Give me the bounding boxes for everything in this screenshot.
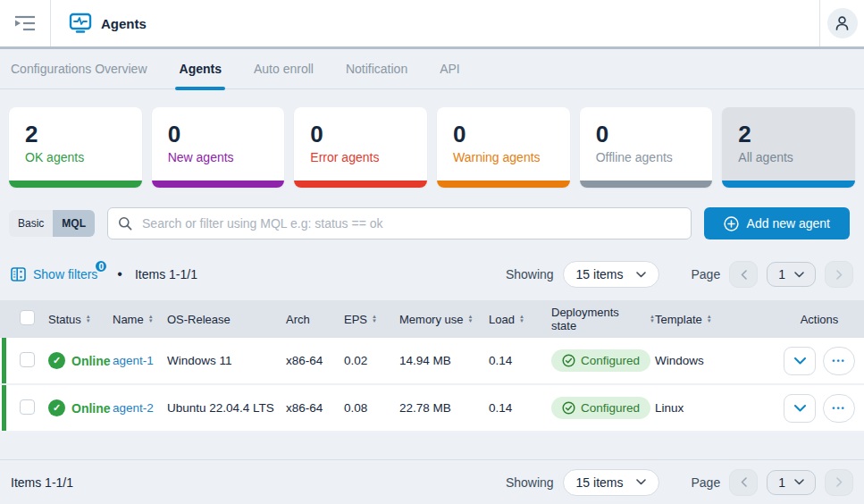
user-icon [835, 15, 850, 31]
filter-pagination-row: Show filters 0 • Items 1-1/1 Showing 15 … [0, 239, 864, 300]
items-count-text: Items 1-1/1 [11, 475, 73, 490]
sidebar-toggle-icon [14, 15, 36, 31]
stat-color-bar [9, 181, 142, 188]
bottom-pagination: Showing 15 items Page 1 [506, 469, 853, 496]
deployment-state-cell: Configured [551, 349, 655, 372]
search-input[interactable] [107, 207, 692, 239]
column-header-eps[interactable]: EPS ▲▼ [344, 313, 399, 326]
more-actions-button[interactable]: ••• [823, 394, 855, 423]
stat-card-all-agents[interactable]: 2 All agents [722, 107, 855, 188]
table-row-agent-2: ✓ Online agent-2 Ubuntu 22.04.4 LTS x86-… [0, 385, 864, 433]
show-filters-label: Show filters [33, 267, 97, 281]
filters-panel-icon [11, 267, 26, 281]
mql-mode-button[interactable]: MQL [53, 210, 95, 237]
sort-icon[interactable]: ▲▼ [519, 315, 524, 323]
status-stripe [2, 338, 6, 383]
search-mode-toggle: Basic MQL [9, 210, 95, 237]
items-per-page-select[interactable]: 15 items [563, 261, 659, 288]
agent-name-link[interactable]: agent-1 [113, 354, 154, 367]
next-page-button[interactable] [825, 469, 853, 496]
stat-color-bar [294, 181, 427, 188]
stat-value: 0 [310, 122, 427, 147]
select-all-checkbox[interactable] [20, 310, 35, 325]
page-number-select[interactable]: 1 [767, 470, 816, 495]
chevron-down-icon [636, 479, 646, 485]
column-header-name[interactable]: Name ▲▼ [113, 313, 167, 326]
sort-icon[interactable]: ▲▼ [707, 315, 712, 323]
user-avatar-button[interactable] [827, 8, 858, 38]
sort-icon[interactable]: ▲▼ [468, 315, 474, 323]
chevron-down-icon [794, 272, 804, 278]
stat-color-bar [437, 181, 570, 188]
expand-row-button[interactable] [784, 347, 816, 375]
chevron-down-icon [794, 357, 806, 365]
load-cell: 0.14 [489, 401, 551, 415]
tab-configurations-overview[interactable]: Configurations Overview [11, 49, 147, 88]
chevron-right-icon [836, 477, 843, 487]
stat-label: OK agents [25, 150, 142, 164]
stat-label: All agents [738, 150, 855, 164]
user-area [819, 0, 864, 46]
expand-row-button[interactable] [784, 394, 816, 423]
chevron-down-icon [636, 272, 646, 278]
stat-card-new-agents[interactable]: 0 New agents [152, 107, 285, 188]
search-field-wrap [107, 207, 692, 239]
column-header-arch: Arch [286, 313, 344, 326]
row-checkbox[interactable] [20, 352, 35, 367]
previous-page-button[interactable] [729, 261, 758, 288]
column-header-load[interactable]: Load ▲▼ [489, 313, 551, 326]
status-cell: ✓ Online [48, 352, 113, 369]
sort-icon[interactable]: ▲▼ [148, 315, 154, 323]
page-title: Agents [101, 16, 147, 31]
stat-card-error-agents[interactable]: 0 Error agents [294, 107, 427, 188]
column-header-template[interactable]: Template ▲▼ [655, 313, 784, 326]
chevron-left-icon [741, 270, 747, 280]
os-release-cell: Ubuntu 22.04.4 LTS [167, 401, 286, 415]
agent-name-link[interactable]: agent-2 [113, 401, 154, 415]
sidebar-toggle-button[interactable] [0, 0, 51, 46]
page-number-select[interactable]: 1 [767, 262, 816, 287]
tab-notification[interactable]: Notification [346, 49, 407, 88]
stat-card-offline-agents[interactable]: 0 Offline agents [580, 107, 713, 188]
sort-icon[interactable]: ▲▼ [86, 315, 91, 323]
chevron-down-icon [794, 405, 806, 412]
stat-color-bar [152, 181, 285, 188]
stat-value: 0 [596, 122, 713, 147]
sort-icon[interactable]: ▲▼ [372, 315, 377, 323]
status-stripe [2, 385, 6, 431]
stat-value: 2 [25, 122, 142, 147]
tab-auto-enroll[interactable]: Auto enroll [254, 49, 314, 88]
next-page-button[interactable] [825, 261, 853, 288]
top-pagination: Showing 15 items Page 1 [506, 261, 853, 288]
tab-api[interactable]: API [440, 49, 460, 88]
items-per-page-value: 15 items [576, 475, 624, 490]
template-cell: Windows [655, 354, 784, 367]
stat-label: Warning agents [453, 150, 570, 164]
column-header-memory-use[interactable]: Memory use ▲▼ [399, 313, 489, 326]
column-header-status[interactable]: Status ▲▼ [48, 313, 113, 326]
table-row-agent-1: ✓ Online agent-1 Windows 11 x86-64 0.02 … [0, 338, 864, 385]
column-header-deployments-state[interactable]: Deployments state ▲▼ [551, 306, 655, 332]
tab-agents[interactable]: Agents [180, 49, 222, 88]
row-checkbox[interactable] [20, 399, 35, 415]
check-circle-icon [562, 354, 575, 367]
actions-cell: ••• [784, 347, 864, 375]
stat-label: Offline agents [596, 150, 713, 164]
status-ok-icon: ✓ [48, 399, 65, 416]
table-header-row: Status ▲▼ Name ▲▼ OS-Release Arch EPS ▲▼… [0, 300, 864, 338]
add-new-agent-button[interactable]: Add new agent [704, 207, 850, 239]
more-actions-button[interactable]: ••• [823, 347, 855, 375]
deployment-state-cell: Configured [551, 397, 655, 419]
template-cell: Linux [655, 401, 784, 415]
stat-card-ok-agents[interactable]: 2 OK agents [9, 107, 142, 188]
stat-color-bar [580, 181, 713, 188]
stat-card-warning-agents[interactable]: 0 Warning agents [437, 107, 570, 188]
ellipsis-icon: ••• [832, 404, 845, 413]
basic-mode-button[interactable]: Basic [9, 210, 53, 237]
items-per-page-select[interactable]: 15 items [563, 469, 659, 496]
show-filters-button[interactable]: Show filters 0 [11, 267, 97, 281]
os-release-cell: Windows 11 [167, 354, 286, 367]
status-text: Online [71, 354, 111, 368]
previous-page-button[interactable] [729, 469, 758, 496]
column-header-os-release: OS-Release [167, 313, 286, 326]
